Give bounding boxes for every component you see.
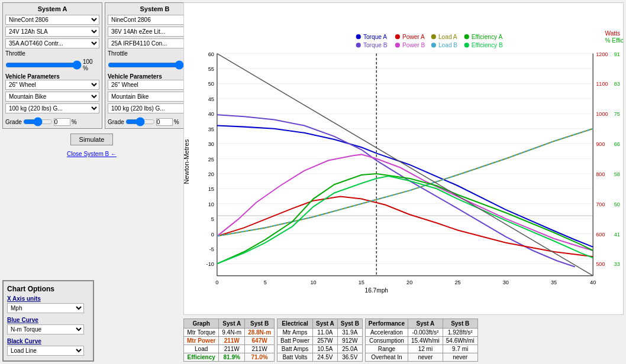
svg-point-9	[356, 43, 361, 47]
svg-text:Torque B: Torque B	[363, 42, 388, 48]
x-axis-units-select[interactable]: Mph	[7, 303, 84, 313]
graph-row-efficiency-a: 81.9%	[219, 353, 245, 362]
black-curve-select[interactable]: Load Line	[7, 346, 84, 356]
svg-text:15: 15	[208, 186, 214, 192]
graph-col-systa: Syst A	[219, 319, 245, 329]
bottom-tables: Graph Syst A Syst B Mtr Torque 9.4N-m 28…	[183, 316, 626, 364]
y-axis-right-efficiency: % Efficiency	[605, 37, 623, 44]
svg-text:Load A: Load A	[438, 34, 457, 40]
svg-text:60: 60	[208, 51, 214, 57]
system-b-grade-pct: %	[174, 119, 179, 125]
svg-text:45: 45	[208, 96, 214, 102]
system-a-grade-slider[interactable]	[23, 118, 53, 126]
system-a-wheel[interactable]: 26" Wheel	[5, 80, 99, 90]
system-b-throttle-slider[interactable]	[108, 61, 184, 69]
graph-table: Graph Syst A Syst B Mtr Torque 9.4N-m 28…	[183, 318, 275, 362]
svg-text:40: 40	[590, 280, 596, 285]
black-curve-label: Black Curve	[7, 338, 89, 344]
elec-row-batt-volts-label: Batt Volts	[277, 353, 313, 362]
svg-text:1200: 1200	[596, 51, 608, 57]
perf-row-acceleration-b: 1.928ft/s²	[443, 329, 477, 337]
elec-row-mtr-amps-label: Mtr Amps	[277, 329, 313, 337]
svg-text:66: 66	[614, 141, 620, 147]
simulate-button[interactable]: Simulate	[70, 134, 114, 145]
svg-point-1	[356, 34, 361, 39]
perf-col-systa: Syst A	[408, 319, 443, 329]
svg-text:41: 41	[614, 232, 620, 238]
system-a-battery[interactable]: 24V 12Ah SLA	[5, 27, 99, 37]
graph-row-load-a: 211W	[219, 345, 245, 353]
svg-text:83: 83	[614, 82, 620, 87]
svg-text:20: 20	[208, 171, 214, 177]
perf-row-consumption-a: 15.4Wh/mi	[408, 337, 443, 345]
y-axis-left-label: Newton-Metres	[184, 139, 190, 184]
svg-point-7	[464, 34, 469, 39]
system-a-weight[interactable]: 100 kg (220 lbs) G...	[5, 103, 99, 113]
elec-row-batt-amps-a: 10.5A	[312, 345, 337, 353]
y-axis-right-watts: Watts	[605, 30, 621, 37]
svg-text:55: 55	[208, 66, 214, 72]
graph-row-efficiency-label: Efficiency	[184, 353, 219, 362]
system-b-grade-label: Grade	[108, 119, 124, 125]
chart-options-title: Chart Options	[7, 285, 89, 293]
graph-col-graph: Graph	[184, 319, 219, 329]
svg-text:0: 0	[215, 280, 218, 285]
perf-row-overheat-label: Overheat In	[365, 353, 408, 362]
svg-text:Torque A: Torque A	[363, 34, 387, 40]
svg-text:30: 30	[503, 280, 509, 285]
svg-text:50: 50	[614, 202, 620, 207]
blue-curve-select[interactable]: N-m Torque	[7, 324, 84, 334]
graph-row-load-label: Load	[184, 345, 219, 353]
close-system-b-link[interactable]: Close System B ←	[64, 150, 119, 158]
elec-row-batt-power-a: 257W	[312, 337, 337, 345]
perf-row-acceleration-a: -0.003ft/s²	[408, 329, 443, 337]
x-axis-units-label: X Axis units	[7, 295, 89, 302]
system-a-panel: System A NineCont 2806 24V 12Ah SLA 35A …	[2, 2, 102, 129]
svg-text:25: 25	[208, 157, 214, 162]
system-a-bike-type[interactable]: Mountain Bike	[5, 92, 99, 102]
system-a-controller[interactable]: 35A AOT460 Contr...	[5, 38, 99, 48]
system-a-grade-label: Grade	[5, 119, 22, 125]
blue-curve-label: Blue Curve	[7, 317, 89, 323]
svg-text:Power B: Power B	[402, 42, 425, 48]
svg-text:40: 40	[208, 111, 214, 117]
perf-col-systb: Syst B	[443, 319, 477, 329]
svg-text:15: 15	[359, 280, 364, 285]
svg-text:600: 600	[596, 232, 605, 238]
system-a-throttle-label: Throttle	[5, 50, 25, 57]
svg-point-15	[464, 43, 469, 47]
elec-row-mtr-amps-a: 11.0A	[312, 329, 337, 337]
svg-text:-5: -5	[209, 246, 214, 252]
system-a-throttle-value: 100 %	[83, 58, 99, 72]
system-b-throttle-label: Throttle	[108, 50, 128, 57]
svg-text:35: 35	[208, 126, 214, 132]
system-b-grade-slider[interactable]	[125, 118, 155, 126]
perf-row-range-a: 12 mi	[408, 345, 443, 353]
graph-row-mtr-power-b: 647W	[245, 337, 275, 345]
elec-row-mtr-amps-b: 31.9A	[337, 329, 362, 337]
system-a-motor[interactable]: NineCont 2806	[5, 15, 99, 25]
perf-row-overheat-b: never	[443, 353, 477, 362]
svg-text:35: 35	[551, 280, 557, 285]
system-b-grade-input[interactable]	[156, 118, 173, 126]
elec-row-batt-amps-label: Batt Amps	[277, 345, 313, 353]
perf-row-range-b: 9.7 mi	[443, 345, 477, 353]
svg-text:75: 75	[614, 111, 620, 117]
graph-row-mtr-torque-label: Mtr Torque	[184, 329, 219, 337]
system-a-throttle-slider[interactable]	[5, 61, 82, 69]
elec-row-batt-power-b: 912W	[337, 337, 362, 345]
x-annotation: 16.7mph	[364, 287, 388, 294]
svg-text:Load B: Load B	[438, 42, 457, 48]
svg-text:10: 10	[310, 280, 316, 285]
chart-area: Newton-Metres Watts % Efficiency Torque …	[183, 2, 624, 315]
svg-text:5: 5	[264, 280, 267, 285]
svg-text:5: 5	[211, 216, 214, 222]
system-a-grade-input[interactable]	[54, 118, 70, 126]
svg-text:30: 30	[208, 141, 214, 147]
graph-row-mtr-torque-b: 28.8N-m	[245, 329, 275, 337]
svg-text:25: 25	[454, 280, 460, 285]
perf-row-consumption-b: 54.6Wh/mi	[443, 337, 477, 345]
graph-row-mtr-power-a: 211W	[219, 337, 245, 345]
svg-point-13	[431, 43, 436, 47]
svg-text:20: 20	[406, 280, 412, 285]
